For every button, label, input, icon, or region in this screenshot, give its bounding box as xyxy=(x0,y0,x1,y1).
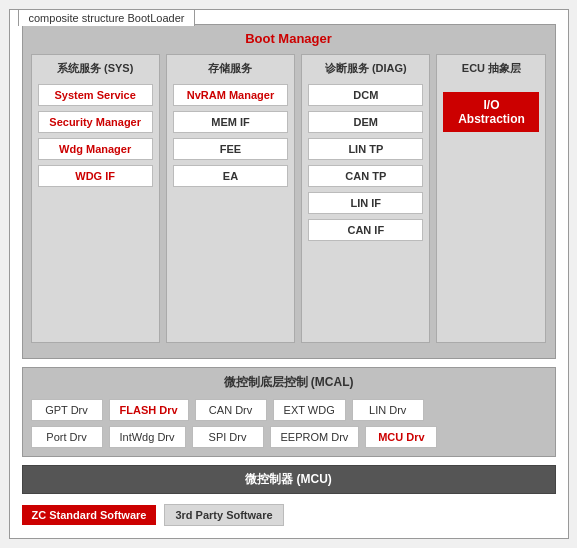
mcal-gpt-drv[interactable]: GPT Drv xyxy=(31,399,103,421)
storage-btn-4[interactable]: EA xyxy=(173,165,288,187)
sys-btn-3[interactable]: Wdg Manager xyxy=(38,138,153,160)
zc-standard-software-btn[interactable]: ZC Standard Software xyxy=(22,505,157,525)
diag-btn-3[interactable]: LIN TP xyxy=(308,138,423,160)
mcal-flash-drv[interactable]: FLASH Drv xyxy=(109,399,189,421)
tab-label: composite structure BootLoader xyxy=(18,9,196,26)
boot-manager-section: Boot Manager 系统服务 (SYS) System Service S… xyxy=(22,24,556,359)
mcal-lin-drv[interactable]: LIN Drv xyxy=(352,399,424,421)
ecu-btn-1[interactable]: I/O Abstraction xyxy=(443,92,539,132)
sys-title: 系统服务 (SYS) xyxy=(38,61,153,76)
sys-btn-1[interactable]: System Service xyxy=(38,84,153,106)
storage-btn-3[interactable]: FEE xyxy=(173,138,288,160)
mcal-spi-drv[interactable]: SPI Drv xyxy=(192,426,264,448)
mcal-mcu-drv[interactable]: MCU Drv xyxy=(365,426,437,448)
mcal-rows: GPT Drv FLASH Drv CAN Drv EXT WDG LIN Dr… xyxy=(31,399,547,448)
sys-column: 系统服务 (SYS) System Service Security Manag… xyxy=(31,54,160,343)
diag-btn-6[interactable]: CAN IF xyxy=(308,219,423,241)
sys-btn-4[interactable]: WDG IF xyxy=(38,165,153,187)
third-party-software-btn[interactable]: 3rd Party Software xyxy=(164,504,283,526)
diag-btn-4[interactable]: CAN TP xyxy=(308,165,423,187)
mcal-can-drv[interactable]: CAN Drv xyxy=(195,399,267,421)
mcal-intwdg-drv[interactable]: IntWdg Drv xyxy=(109,426,186,448)
mcal-port-drv[interactable]: Port Drv xyxy=(31,426,103,448)
mcal-ext-wdg[interactable]: EXT WDG xyxy=(273,399,346,421)
diag-btn-5[interactable]: LIN IF xyxy=(308,192,423,214)
storage-btn-1[interactable]: NvRAM Manager xyxy=(173,84,288,106)
mcal-row-1: GPT Drv FLASH Drv CAN Drv EXT WDG LIN Dr… xyxy=(31,399,547,421)
diag-title: 诊断服务 (DIAG) xyxy=(308,61,423,76)
mcal-title: 微控制底层控制 (MCAL) xyxy=(31,374,547,391)
mcu-section: 微控制器 (MCU) xyxy=(22,465,556,494)
mcal-eeprom-drv[interactable]: EEPROM Drv xyxy=(270,426,360,448)
mcal-row-2: Port Drv IntWdg Drv SPI Drv EEPROM Drv M… xyxy=(31,426,547,448)
ecu-column: ECU 抽象层 I/O Abstraction xyxy=(436,54,546,343)
sys-btn-2[interactable]: Security Manager xyxy=(38,111,153,133)
legend-row: ZC Standard Software 3rd Party Software xyxy=(22,502,556,528)
mcu-title: 微控制器 (MCU) xyxy=(31,471,547,488)
diag-column: 诊断服务 (DIAG) DCM DEM LIN TP CAN TP LIN IF… xyxy=(301,54,430,343)
storage-title: 存储服务 xyxy=(173,61,288,76)
main-window: composite structure BootLoader Boot Mana… xyxy=(9,9,569,539)
mcal-section: 微控制底层控制 (MCAL) GPT Drv FLASH Drv CAN Drv… xyxy=(22,367,556,457)
ecu-title: ECU 抽象层 xyxy=(443,61,539,76)
boot-manager-title: Boot Manager xyxy=(31,31,547,46)
diag-btn-1[interactable]: DCM xyxy=(308,84,423,106)
storage-column: 存储服务 NvRAM Manager MEM IF FEE EA xyxy=(166,54,295,343)
diag-btn-2[interactable]: DEM xyxy=(308,111,423,133)
storage-btn-2[interactable]: MEM IF xyxy=(173,111,288,133)
services-row: 系统服务 (SYS) System Service Security Manag… xyxy=(31,54,547,343)
